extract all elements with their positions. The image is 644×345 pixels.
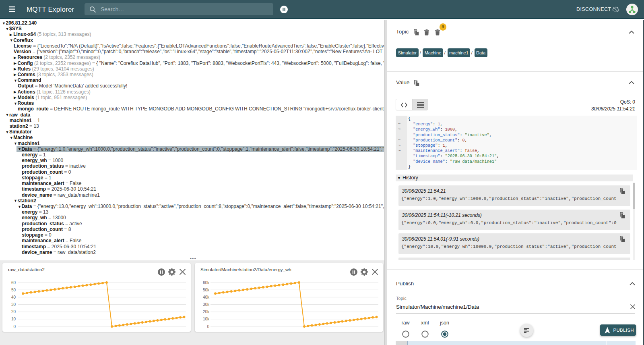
svg-text:30k: 30k (203, 302, 210, 307)
svg-text:50k: 50k (203, 288, 210, 292)
svg-text:20k: 20k (203, 310, 210, 314)
svg-text:60: 60 (11, 281, 16, 285)
svg-text:0: 0 (207, 324, 209, 329)
svg-text:60k: 60k (203, 281, 210, 285)
svg-text:10k: 10k (203, 317, 210, 321)
svg-text:raw_data/station2: raw_data/station2 (8, 267, 45, 272)
svg-text:40k: 40k (203, 295, 210, 299)
svg-text:40: 40 (11, 295, 16, 299)
svg-text:0: 0 (13, 324, 16, 329)
svg-text:50: 50 (11, 288, 16, 292)
svg-text:30: 30 (11, 302, 16, 307)
svg-text:20: 20 (11, 310, 16, 314)
svg-text:10: 10 (11, 317, 16, 321)
svg-text:Simulator/Machine/station2/Dat: Simulator/Machine/station2/Data/energy_w… (200, 267, 291, 272)
